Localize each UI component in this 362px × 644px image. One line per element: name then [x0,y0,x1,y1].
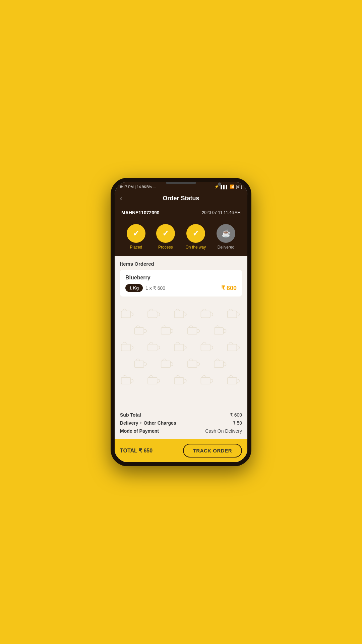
status-steps: ✓ Placed ✓ Process ✓ On the way ☕ [115,221,247,256]
order-id: MAHNE11072090 [121,210,160,215]
svg-rect-8 [214,328,224,334]
svg-rect-15 [161,361,171,368]
payment-row: Mode of Payment Cash On Delivery [120,428,242,434]
qty-badge: 1 Kg [125,284,143,292]
coffee-icon: ☕ [222,229,231,238]
total-text: TOTAL ₹ 650 [120,447,153,454]
item-card: Blueberry 1 Kg 1 x ₹ 600 ₹ 600 [120,270,242,297]
step-label-placed: Placed [130,245,142,250]
svg-rect-17 [214,361,224,368]
content-area: Items Ordered Blueberry 1 Kg 1 x ₹ 600 ₹… [115,256,247,462]
phone-camera [218,182,221,186]
qty-text: 1 x ₹ 600 [145,285,165,291]
step-circle-placed: ✓ [127,224,145,243]
svg-rect-10 [148,344,157,351]
payment-label: Mode of Payment [120,428,159,434]
header-title: Order Status [163,195,199,202]
billing-section: Sub Total ₹ 600 Delivery + Other Charges… [115,408,247,439]
svg-rect-6 [161,328,171,334]
svg-rect-16 [188,361,197,368]
svg-rect-19 [148,377,157,384]
svg-rect-22 [228,377,237,384]
delivery-row: Delivery + Other Charges ₹ 50 [120,420,242,426]
pattern-area [115,302,247,408]
phone-screen: 8:17 PM | 14.9KB/s ··· ⚡ ▌▌▌ 📶 [41] ‹ Or… [115,182,247,462]
payment-value: Cash On Delivery [205,428,242,434]
wifi-icon: 📶 [230,184,235,189]
svg-rect-12 [201,344,210,351]
subtotal-label: Sub Total [120,412,141,418]
item-details: 1 Kg 1 x ₹ 600 ₹ 600 [125,284,237,292]
step-label-onway: On the way [186,245,206,250]
order-date: 2020-07-11 11:46 AM [202,210,241,215]
phone-frame: 8:17 PM | 14.9KB/s ··· ⚡ ▌▌▌ 📶 [41] ‹ Or… [111,178,251,466]
delivery-label: Delivery + Other Charges [120,420,176,426]
order-info: MAHNE11072090 2020-07-11 11:46 AM [115,207,247,221]
step-onway: ✓ On the way [186,224,206,250]
items-title: Items Ordered [120,261,242,267]
signal-icon: ▌▌▌ [221,185,228,189]
step-label-process: Process [158,245,173,250]
step-placed: ✓ Placed [127,224,145,250]
svg-rect-20 [174,377,184,384]
bottom-bar: TOTAL ₹ 650 TRACK ORDER [115,439,247,462]
svg-rect-1 [148,311,157,318]
menu-dots: ··· [153,185,156,189]
svg-rect-11 [174,344,184,351]
app-header: ‹ Order Status [115,192,247,207]
battery-text: [41] [236,185,242,189]
svg-rect-21 [201,377,210,384]
step-circle-delivered: ☕ [217,224,235,243]
time-text: 8:17 PM | 14.9KB/s [120,185,152,189]
phone-notch [166,182,196,184]
svg-rect-14 [134,361,144,368]
subtotal-value: ₹ 600 [230,412,242,418]
svg-rect-0 [121,311,131,318]
svg-rect-2 [174,311,184,318]
subtotal-row: Sub Total ₹ 600 [120,412,242,418]
step-circle-onway: ✓ [186,224,205,243]
step-delivered: ☕ Delivered [217,224,235,250]
delivery-value: ₹ 50 [233,420,242,426]
step-label-delivered: Delivered [218,245,235,250]
status-left: 8:17 PM | 14.9KB/s ··· [120,185,156,189]
items-section: Items Ordered Blueberry 1 Kg 1 x ₹ 600 ₹… [115,256,247,302]
svg-rect-5 [134,328,144,334]
back-button[interactable]: ‹ [120,195,122,202]
item-price: ₹ 600 [221,284,237,292]
svg-rect-3 [201,311,210,318]
item-name: Blueberry [125,275,237,281]
svg-rect-9 [121,344,131,351]
svg-rect-18 [121,377,131,384]
step-process: ✓ Process [156,224,175,250]
track-order-button[interactable]: TRACK ORDER [183,444,242,458]
svg-rect-4 [228,311,237,318]
step-circle-process: ✓ [156,224,175,243]
svg-rect-7 [188,328,197,334]
svg-rect-13 [228,344,237,351]
item-qty-info: 1 Kg 1 x ₹ 600 [125,284,165,292]
